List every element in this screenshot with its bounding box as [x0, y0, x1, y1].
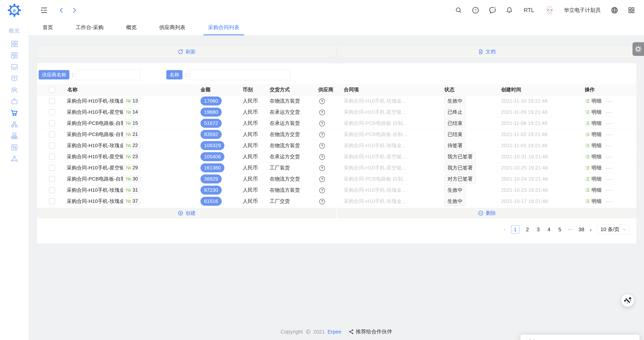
avatar[interactable] [544, 5, 555, 15]
dashboard-grid-icon[interactable] [10, 40, 18, 47]
nav-forward-icon[interactable] [70, 6, 78, 14]
row-more-button[interactable]: ··· [606, 109, 613, 115]
supplier-help-icon[interactable]: ? [319, 165, 325, 171]
detail-link[interactable]: 明细 [585, 153, 602, 160]
magic-wand-button[interactable] [621, 294, 634, 307]
docs-button[interactable]: 文档 [337, 45, 636, 58]
row-more-button[interactable]: ··· [606, 187, 613, 193]
supplier-help-icon[interactable]: ? [319, 154, 325, 160]
supplier-help-icon[interactable]: ? [319, 98, 325, 104]
page-5[interactable]: 5 [557, 227, 562, 233]
brand-link[interactable]: Erpee [328, 329, 341, 335]
supplier-help-icon[interactable]: ? [319, 121, 325, 126]
row-checkbox[interactable] [49, 176, 55, 182]
row-more-button[interactable]: ··· [606, 176, 613, 182]
detail-link[interactable]: 明细 [585, 120, 602, 127]
pages-ellipsis[interactable]: ••• [568, 227, 573, 232]
status-badge: 已结束 [444, 130, 466, 139]
row-checkbox[interactable] [49, 165, 55, 171]
page-last[interactable]: 38 [578, 227, 584, 233]
detail-link[interactable]: 明细 [585, 98, 602, 104]
row-checkbox[interactable] [49, 131, 55, 137]
share-link[interactable]: 推荐给合作伙伴 [348, 328, 392, 335]
tab-purchase-contract-list[interactable]: 采购合同列表 [203, 20, 244, 35]
globe-icon[interactable] [610, 6, 618, 14]
detail-link[interactable]: 明细 [585, 176, 602, 182]
row-more-button[interactable]: ··· [606, 98, 613, 104]
sitemap-icon[interactable] [10, 121, 18, 128]
dashboard-grid2-icon[interactable] [10, 51, 18, 59]
supplier-help-icon[interactable]: ? [319, 110, 325, 115]
prev-page-button[interactable]: ‹ [504, 226, 506, 233]
apps-grid-icon[interactable] [628, 6, 635, 14]
message-panel: 消息 [520, 335, 640, 340]
detail-link[interactable]: 明细 [585, 187, 602, 194]
detail-link[interactable]: 明细 [585, 142, 602, 149]
app-logo[interactable]: e [0, 0, 29, 20]
page-size-select[interactable]: 10 条/页 [597, 225, 630, 234]
rtl-toggle[interactable]: RTL [524, 7, 534, 13]
status-badge: 待签署 [444, 141, 466, 150]
nav-back-icon[interactable] [58, 6, 66, 14]
supplier-filter-input[interactable] [76, 69, 140, 80]
supplier-help-icon[interactable]: ? [319, 176, 325, 182]
supplier-help-icon[interactable]: ? [319, 188, 325, 193]
page-4[interactable]: 4 [546, 227, 552, 233]
row-checkbox[interactable] [49, 187, 55, 193]
created-cell: 2021-11-08 19:21:48 [500, 120, 584, 126]
detail-link[interactable]: 明细 [585, 164, 602, 171]
page-1[interactable]: 1 [511, 225, 520, 234]
search-icon[interactable] [455, 6, 462, 14]
briefcase-icon[interactable] [10, 98, 18, 105]
name-filter-input[interactable] [189, 69, 290, 80]
supplier-help-icon[interactable]: ? [319, 132, 325, 137]
row-checkbox[interactable] [49, 154, 55, 160]
row-more-button[interactable]: ··· [606, 165, 613, 171]
tab-home[interactable]: 首页 [38, 20, 58, 35]
contract-name: 采购合同-H10手机-星空银 [67, 109, 123, 116]
create-button[interactable]: 创建 [37, 208, 336, 218]
delete-button[interactable]: 删除 [337, 208, 636, 218]
control-panel-icon[interactable] [10, 144, 18, 151]
row-checkbox[interactable] [49, 109, 55, 115]
created-cell: 2021-10-23 19:21:48 [500, 187, 584, 193]
supplier-help-icon[interactable]: ? [319, 199, 325, 204]
cart-icon[interactable] [10, 109, 18, 116]
row-more-button[interactable]: ··· [606, 154, 613, 160]
page-3[interactable]: 3 [536, 227, 541, 233]
row-more-button[interactable]: ··· [606, 120, 613, 126]
next-page-button[interactable]: › [590, 226, 592, 233]
row-checkbox[interactable] [49, 98, 55, 104]
delivery-cell: 在承运方装货 [269, 120, 318, 127]
tab-workbench-purchase[interactable]: 工作台-采购 [71, 20, 108, 35]
bell-icon[interactable] [506, 6, 513, 14]
page-2[interactable]: 2 [525, 227, 530, 233]
refresh-button[interactable]: 刷新 [37, 45, 336, 58]
help-icon[interactable]: ? [472, 6, 480, 14]
theme-settings-button[interactable] [632, 42, 644, 56]
row-checkbox[interactable] [49, 142, 55, 149]
tab-supplier-list[interactable]: 供应商列表 [154, 20, 190, 35]
detail-link[interactable]: 明细 [585, 131, 602, 138]
inbox-icon[interactable] [10, 63, 18, 70]
detail-link[interactable]: 明细 [585, 198, 602, 205]
top-bar: e ? [0, 0, 644, 20]
detail-link[interactable]: 明细 [585, 109, 602, 116]
money-tag-icon[interactable] [10, 75, 18, 82]
message-icon[interactable] [488, 6, 496, 14]
tab-overview[interactable]: 概览 [122, 20, 141, 35]
row-more-button[interactable]: ··· [606, 142, 613, 149]
users-icon[interactable] [10, 86, 18, 93]
row-more-button[interactable]: ··· [606, 198, 613, 204]
org-chart-icon[interactable] [10, 132, 18, 139]
molecule-icon[interactable] [10, 155, 18, 162]
breadcrumb-tabs: 首页 工作台-采购 概览 供应商列表 采购合同列表 [29, 20, 644, 35]
collapse-menu-icon[interactable] [40, 6, 48, 14]
select-all-checkbox[interactable] [49, 87, 55, 93]
sidebar-overview-label[interactable]: 概览 [9, 27, 20, 34]
row-checkbox[interactable] [49, 198, 55, 204]
row-more-button[interactable]: ··· [606, 131, 613, 137]
username[interactable]: 华立电子计划员 [564, 7, 600, 14]
supplier-help-icon[interactable]: ? [319, 143, 325, 149]
row-checkbox[interactable] [49, 120, 55, 126]
